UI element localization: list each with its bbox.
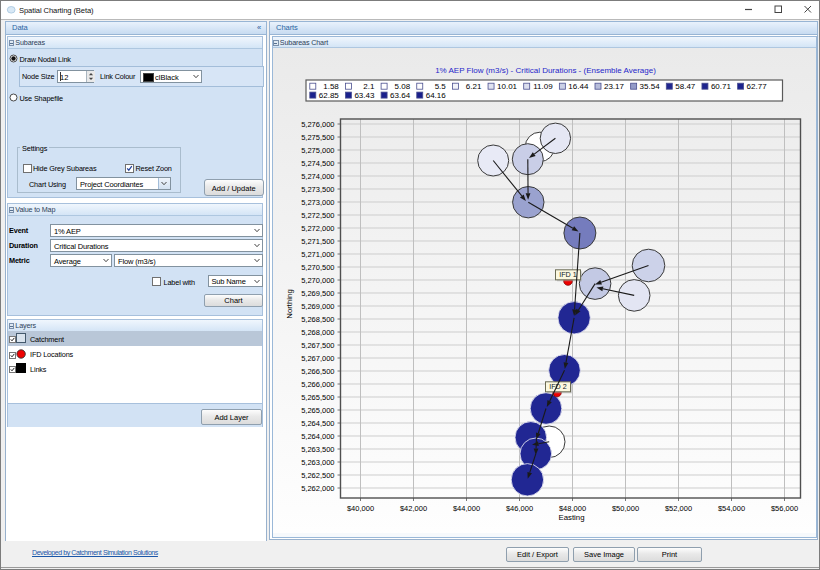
svg-text:2.1: 2.1: [363, 82, 375, 91]
svg-text:16.44: 16.44: [568, 82, 589, 91]
svg-text:6.21: 6.21: [465, 82, 481, 91]
svg-text:5.08: 5.08: [394, 82, 410, 91]
svg-text:5,270,000: 5,270,000: [301, 276, 334, 285]
svg-text:$56,000: $56,000: [770, 504, 797, 513]
svg-text:62.77: 62.77: [746, 82, 767, 91]
svg-text:1.58: 1.58: [323, 82, 339, 91]
svg-text:5,272,500: 5,272,500: [301, 211, 334, 220]
svg-text:5,266,000: 5,266,000: [301, 380, 334, 389]
svg-text:23.17: 23.17: [603, 82, 624, 91]
svg-text:5,275,500: 5,275,500: [301, 133, 334, 142]
svg-text:$44,000: $44,000: [452, 504, 479, 513]
svg-text:1% AEP Flow (m3/s) - Critical: 1% AEP Flow (m3/s) - Critical Durations …: [435, 66, 656, 75]
svg-text:5,269,000: 5,269,000: [301, 302, 334, 311]
svg-text:5,262,500: 5,262,500: [301, 471, 334, 480]
svg-text:5,273,000: 5,273,000: [301, 198, 334, 207]
svg-text:Northing: Northing: [284, 289, 293, 318]
svg-text:5,276,000: 5,276,000: [301, 120, 334, 129]
svg-text:$40,000: $40,000: [346, 504, 373, 513]
svg-text:5,268,500: 5,268,500: [301, 315, 334, 324]
svg-text:IFD 1: IFD 1: [559, 270, 577, 279]
svg-text:64.16: 64.16: [425, 91, 446, 100]
svg-text:35.54: 35.54: [639, 82, 660, 91]
svg-text:$42,000: $42,000: [399, 504, 426, 513]
svg-text:5,274,500: 5,274,500: [301, 159, 334, 168]
svg-text:5,267,500: 5,267,500: [301, 341, 334, 350]
svg-text:$54,000: $54,000: [717, 504, 744, 513]
svg-text:5,262,000: 5,262,000: [301, 484, 334, 493]
svg-text:5,272,000: 5,272,000: [301, 224, 334, 233]
svg-text:5.5: 5.5: [434, 82, 446, 91]
svg-text:58.47: 58.47: [675, 82, 696, 91]
svg-text:11.09: 11.09: [533, 82, 553, 91]
svg-text:Easting: Easting: [558, 513, 584, 522]
svg-text:5,267,000: 5,267,000: [301, 354, 334, 363]
svg-text:5,263,000: 5,263,000: [301, 458, 334, 467]
svg-text:5,264,000: 5,264,000: [301, 432, 334, 441]
svg-text:10.01: 10.01: [497, 82, 518, 91]
svg-text:5,268,000: 5,268,000: [301, 328, 334, 337]
svg-text:5,269,500: 5,269,500: [301, 289, 334, 298]
svg-text:5,270,500: 5,270,500: [301, 263, 334, 272]
svg-text:5,271,000: 5,271,000: [301, 250, 334, 259]
svg-text:5,263,500: 5,263,500: [301, 445, 334, 454]
svg-text:60.71: 60.71: [710, 82, 731, 91]
svg-text:5,275,000: 5,275,000: [301, 146, 334, 155]
svg-text:5,266,500: 5,266,500: [301, 367, 334, 376]
svg-text:63.43: 63.43: [354, 91, 375, 100]
svg-text:$50,000: $50,000: [611, 504, 638, 513]
svg-text:5,273,500: 5,273,500: [301, 185, 334, 194]
svg-text:5,264,500: 5,264,500: [301, 419, 334, 428]
svg-text:5,265,000: 5,265,000: [301, 406, 334, 415]
svg-text:62.85: 62.85: [318, 91, 339, 100]
svg-text:$46,000: $46,000: [505, 504, 532, 513]
svg-text:5,265,500: 5,265,500: [301, 393, 334, 402]
svg-text:5,274,000: 5,274,000: [301, 172, 334, 181]
svg-text:5,271,500: 5,271,500: [301, 237, 334, 246]
svg-text:63.64: 63.64: [390, 91, 411, 100]
svg-text:$48,000: $48,000: [558, 504, 585, 513]
svg-text:$52,000: $52,000: [664, 504, 691, 513]
